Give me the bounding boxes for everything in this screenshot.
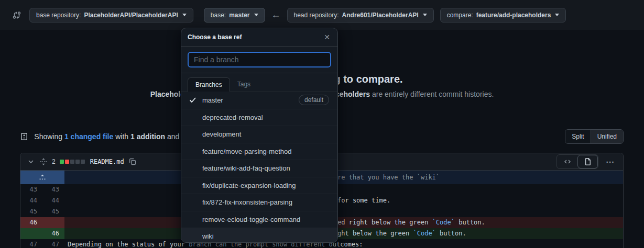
file-diff-icon xyxy=(20,116,32,157)
unified-view-button[interactable]: Unified xyxy=(591,130,623,143)
chevron-down-icon xyxy=(182,14,187,16)
default-badge: default xyxy=(299,95,329,105)
branch-name: master xyxy=(202,96,223,104)
diffstat-neutral-square xyxy=(75,160,80,164)
base-repository-value: PlaceholderAPI/PlaceholderAPI xyxy=(84,12,178,19)
compare-ref-label: compare: xyxy=(447,12,473,19)
base-ref-dropdown: Choose a base ref ✕ Branches Tags master… xyxy=(181,28,338,243)
tab-tags[interactable]: Tags xyxy=(230,77,258,91)
diffstat-neutral-square xyxy=(70,160,74,164)
branch-name: feature/wiki-add-faq-question xyxy=(202,164,290,172)
branch-list: master default deprecated-removal develo… xyxy=(181,92,337,242)
code-line-added: + While you're on the `wiki` br ght belo… xyxy=(64,228,623,239)
hunk-header-text: @@ -43,7 +43,7 @@ Before you re that you… xyxy=(64,171,623,184)
code-line: This is only required when yo for some t… xyxy=(64,195,623,206)
diffstat-squares xyxy=(60,160,85,164)
branch-name: fix/872-fix-inxonsisten-parsing xyxy=(202,198,292,206)
head-repository-label: head repository: xyxy=(294,12,339,19)
diffstat-deleted-square xyxy=(65,160,69,164)
branch-name: remove-ecloud-toggle-command xyxy=(202,216,300,223)
tab-branches[interactable]: Branches xyxy=(188,77,230,92)
old-line-number: 43 xyxy=(20,184,42,195)
new-line-number: 46 xyxy=(42,228,64,239)
branch-item[interactable]: fix/872-fix-inxonsisten-parsing xyxy=(181,194,337,211)
dropdown-filter xyxy=(181,47,337,73)
chevron-down-icon xyxy=(423,14,427,16)
branch-name: feature/move-parsing-method xyxy=(202,148,292,155)
branch-item[interactable]: feature/move-parsing-method xyxy=(181,143,337,160)
chevron-down-icon xyxy=(254,14,258,16)
chevron-down-icon xyxy=(555,14,559,16)
branch-item[interactable]: remove-ecloud-toggle-command xyxy=(181,211,337,228)
code-line xyxy=(64,206,623,217)
new-line-number: 44 xyxy=(42,195,64,206)
new-line-number xyxy=(42,217,64,228)
head-repository-value: Andre601/PlaceholderAPI xyxy=(342,12,419,19)
branch-name: wiki xyxy=(202,232,214,240)
rich-diff-icon[interactable] xyxy=(577,155,598,168)
diff-view-toggle: Split Unified xyxy=(565,129,624,144)
branch-item-master[interactable]: master default xyxy=(181,92,337,109)
base-repository-label: base repository: xyxy=(36,12,81,19)
expand-hunk-button[interactable] xyxy=(20,171,64,184)
old-line-number: 47 xyxy=(20,239,42,248)
changed-file-link[interactable]: 1 changed file xyxy=(64,132,113,141)
base-ref-button[interactable]: base: master xyxy=(204,8,265,22)
code-line: Depending on the status of your branch c… xyxy=(64,239,623,248)
file-name: README.md xyxy=(90,158,124,165)
copy-path-icon[interactable] xyxy=(128,157,137,166)
file-changes-count: 2 xyxy=(52,158,56,165)
collapse-file-chevron-icon[interactable] xyxy=(27,157,35,166)
source-view-icon[interactable] xyxy=(557,155,577,168)
branch-item[interactable]: feature/wiki-add-faq-question xyxy=(181,160,337,177)
arrow-left-icon: ← xyxy=(271,9,281,20)
base-ref-value: master xyxy=(229,12,249,19)
split-view-button[interactable]: Split xyxy=(565,130,590,143)
git-compare-icon xyxy=(13,11,21,19)
code-line-deleted: - While you're on the `wiki` br ed right… xyxy=(64,217,623,228)
branch-name: fix/duplicate-expansion-loading xyxy=(202,182,296,189)
close-icon[interactable]: ✕ xyxy=(322,33,332,41)
find-branch-input[interactable] xyxy=(188,52,331,67)
expand-all-icon[interactable] xyxy=(39,157,48,166)
old-line-number: 44 xyxy=(20,195,42,206)
diff-display-toggle xyxy=(556,154,598,169)
old-line-number: 45 xyxy=(20,206,42,217)
branch-item-wiki[interactable]: wiki xyxy=(181,228,337,242)
old-line-number xyxy=(20,228,42,239)
compare-toolbar: base repository: PlaceholderAPI/Placehol… xyxy=(0,0,644,30)
additions-count: 1 addition xyxy=(130,132,165,141)
file-options-kebab-icon[interactable]: ⋯ xyxy=(604,157,617,167)
new-line-number: 43 xyxy=(42,184,64,195)
diffstat-neutral-square xyxy=(81,160,85,164)
compare-ref-value: feature/add-placeholders xyxy=(476,12,551,19)
diffstat-added-square xyxy=(60,160,64,164)
compare-ref-button[interactable]: compare: feature/add-placeholders xyxy=(440,8,566,22)
dropdown-title: Choose a base ref xyxy=(188,33,242,41)
dropdown-header: Choose a base ref ✕ xyxy=(181,28,337,47)
head-repository-button[interactable]: head repository: Andre601/PlaceholderAPI xyxy=(287,8,434,22)
branch-name: deprecated-removal xyxy=(202,114,263,121)
base-ref-label: base: xyxy=(211,12,226,19)
branch-item[interactable]: deprecated-removal xyxy=(181,109,337,126)
branch-item[interactable]: fix/duplicate-expansion-loading xyxy=(181,177,337,194)
code-line: ### Fetch Changes from Upstream xyxy=(64,184,623,195)
old-line-number: 46 xyxy=(20,217,42,228)
new-line-number: 45 xyxy=(42,206,64,217)
branch-item[interactable]: development xyxy=(181,126,337,143)
dropdown-tabs: Branches Tags xyxy=(181,73,337,92)
new-line-number: 47 xyxy=(42,239,64,248)
check-icon xyxy=(189,96,202,104)
base-repository-button[interactable]: base repository: PlaceholderAPI/Placehol… xyxy=(29,8,193,22)
branch-name: development xyxy=(202,130,241,138)
